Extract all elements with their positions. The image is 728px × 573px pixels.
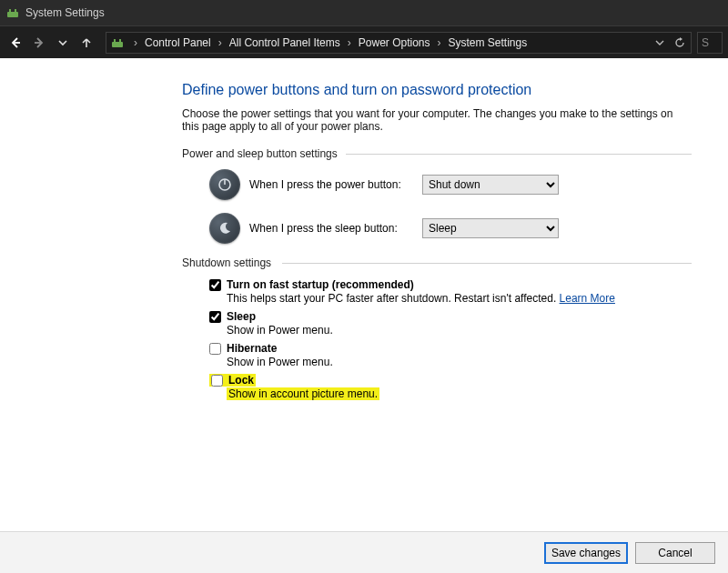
shutdown-item-label: Sleep [227, 310, 256, 323]
address-icon [110, 35, 125, 50]
breadcrumb-item[interactable]: All Control Panel Items [228, 36, 342, 49]
search-placeholder: S [702, 36, 709, 49]
sleep-button-row: When I press the sleep button: Do nothin… [209, 213, 692, 244]
shutdown-item: SleepShow in Power menu. [209, 310, 692, 337]
breadcrumb-item[interactable]: Control Panel [143, 36, 213, 49]
section-power-sleep-header: Power and sleep button settings [182, 147, 692, 160]
refresh-button[interactable] [672, 32, 687, 54]
shutdown-item: LockShow in account picture menu. [209, 374, 692, 400]
power-icon [209, 169, 240, 200]
shutdown-checkbox[interactable] [209, 279, 221, 291]
shutdown-item: Turn on fast startup (recommended)This h… [209, 278, 692, 305]
content-area: Define power buttons and turn on passwor… [0, 58, 728, 531]
svg-rect-3 [112, 42, 123, 47]
breadcrumb-item[interactable]: Power Options [357, 36, 432, 49]
svg-rect-4 [114, 39, 116, 42]
page-description: Choose the power settings that you want … [182, 107, 692, 133]
svg-rect-1 [9, 9, 11, 12]
search-input[interactable]: S [697, 32, 723, 54]
chevron-right-icon: › [431, 36, 446, 49]
sleep-button-select[interactable]: Do nothingSleepHibernateShut down [422, 218, 559, 238]
cancel-button[interactable]: Cancel [635, 542, 715, 564]
chevron-right-icon: › [213, 36, 228, 49]
chevron-right-icon: › [342, 36, 357, 49]
footer-bar: Save changes Cancel [0, 531, 728, 573]
shutdown-item-desc: Show in account picture menu. [227, 387, 379, 400]
shutdown-settings-list: Turn on fast startup (recommended)This h… [209, 278, 692, 400]
shutdown-item-label: Lock [228, 374, 254, 387]
power-button-select[interactable]: Do nothingSleepHibernateShut down [422, 175, 559, 195]
recent-locations-button[interactable] [53, 33, 73, 53]
address-bar[interactable]: › Control Panel › All Control Panel Item… [106, 32, 692, 54]
shutdown-item-label: Hibernate [227, 342, 277, 355]
breadcrumb-item[interactable]: System Settings [446, 36, 529, 49]
shutdown-item-desc: Show in Power menu. [227, 324, 692, 337]
shutdown-item: HibernateShow in Power menu. [209, 342, 692, 368]
forward-button[interactable] [29, 33, 49, 53]
svg-rect-2 [15, 9, 16, 12]
chevron-right-icon: › [128, 36, 143, 49]
address-history-button[interactable] [652, 32, 667, 54]
shutdown-checkbox[interactable] [209, 311, 221, 323]
sleep-button-label: When I press the sleep button: [249, 222, 422, 235]
shutdown-item-desc: Show in Power menu. [227, 356, 692, 368]
power-button-row: When I press the power button: Do nothin… [209, 169, 692, 200]
window-titlebar: System Settings [0, 0, 728, 25]
up-button[interactable] [76, 33, 96, 53]
section-shutdown-header: Shutdown settings [182, 256, 692, 269]
page-title: Define power buttons and turn on passwor… [182, 82, 692, 98]
app-icon [5, 5, 20, 20]
shutdown-item-label: Turn on fast startup (recommended) [227, 278, 414, 291]
window-title: System Settings [25, 6, 105, 19]
navigation-bar: › Control Panel › All Control Panel Item… [0, 25, 728, 58]
shutdown-item-desc: This helps start your PC faster after sh… [227, 292, 692, 305]
svg-rect-5 [119, 39, 121, 42]
back-button[interactable] [5, 33, 25, 53]
shutdown-checkbox[interactable] [211, 375, 223, 387]
save-changes-button[interactable]: Save changes [544, 542, 628, 564]
learn-more-link[interactable]: Learn More [560, 292, 615, 305]
shutdown-checkbox[interactable] [209, 343, 221, 355]
sleep-icon [209, 213, 240, 244]
power-button-label: When I press the power button: [249, 178, 422, 191]
svg-rect-0 [7, 12, 18, 17]
